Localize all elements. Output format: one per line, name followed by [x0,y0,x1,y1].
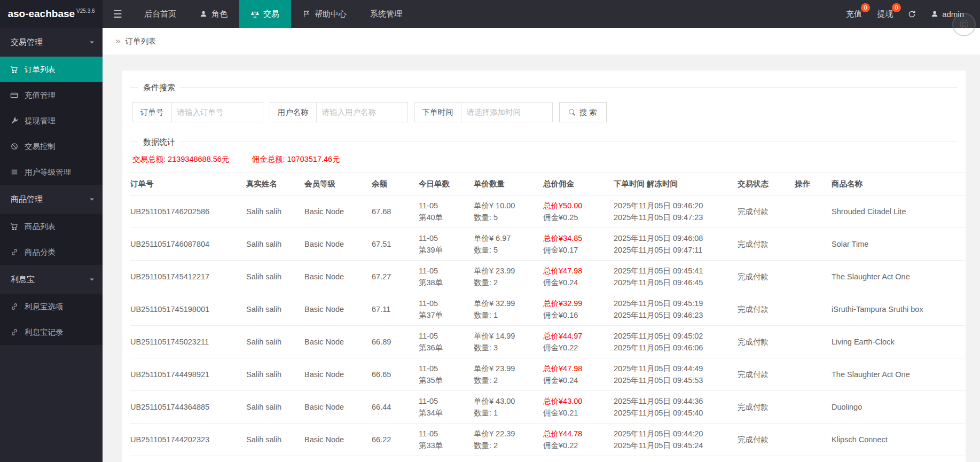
cell-action [795,261,832,293]
cell-times: 2025年11月05日 09:46:202025年11月05日 09:47:23 [614,195,738,228]
cell-balance: 65.99 [372,456,419,462]
menu-toggle-icon[interactable]: ☰ [103,0,132,28]
nav-item-label: 帮助中心 [315,9,347,19]
search-field-1-input[interactable] [316,102,408,122]
cell-real-name: Salih salih [246,228,304,261]
cart-icon [10,66,19,74]
sidebar-section-label: 交易管理 [11,37,43,48]
cell-balance: 67.68 [372,195,419,228]
cell-order-no: UB2511051745023211 [130,326,246,358]
search-field-0-input[interactable] [171,102,263,122]
table-header-7: 下单时间 解冻时间 [614,173,738,195]
cell-times: 2025年11月05日 09:45:192025年11月05日 09:46:23 [614,293,738,326]
search-button-label: 搜 索 [579,107,597,118]
table-header-5: 单价数量 [474,173,543,195]
search-field-1: 用户名称 [270,102,408,122]
cell-today-count: 11-05第38单 [419,261,474,293]
search-field-0: 订单号 [132,102,263,122]
sidebar-item-1-0[interactable]: 商品列表 [0,214,103,239]
search-button[interactable]: 搜 索 [559,102,607,122]
table-header-6: 总价佣金 [543,173,614,195]
table-header-2: 会员等级 [304,173,372,195]
nav-item-label: 系统管理 [370,9,402,19]
sidebar-item-label: 交易控制 [25,142,56,152]
table-header-8: 交易状态 [738,173,795,195]
sidebar-item-0-1[interactable]: 充值管理 [0,82,103,108]
chevron-down-icon [89,40,95,45]
sidebar-item-0-3[interactable]: 交易控制 [0,134,103,159]
link-icon [10,303,19,310]
cell-today-count: 11-05第37单 [419,293,474,326]
stat-0: 交易总额: 2139348688.56元 [132,155,229,163]
nav-item-2[interactable]: 交易 [239,0,291,28]
cell-today-count: 11-05第39单 [419,228,474,261]
nav-item-1[interactable]: 角色 [188,0,239,28]
withdraw-button[interactable]: 提现0 [869,0,900,28]
recharge-button-label: 充值 [846,9,862,19]
cell-real-name: Salih salih [246,261,304,293]
sidebar-section-2[interactable]: 利息宝 [0,265,103,294]
nav-item-4[interactable]: 系统管理 [358,0,414,28]
cell-level: Basic Node [304,424,372,456]
table-row: UB2511051745023211Salih salihBasic Node6… [130,326,965,358]
nav-item-label: 后台首页 [144,9,176,19]
wrench-icon [10,117,19,124]
cell-product: Solar Time [832,228,965,261]
sidebar-item-2-0[interactable]: 利息宝选项 [0,294,103,319]
cell-balance: 66.44 [372,391,419,424]
search-field-2-input[interactable] [461,102,553,122]
cell-product: Klipsch Connect [832,424,965,456]
cell-product: Living Earth-Clock [832,326,965,358]
cell-real-name: Salih salih [246,391,304,424]
cell-price-qty: 单价¥ 32.99数量: 1 [474,293,543,326]
sidebar-section-0[interactable]: 交易管理 [0,28,103,57]
nav-item-3[interactable]: 帮助中心 [291,0,358,28]
sidebar-item-2-1[interactable]: 利息宝记录 [0,319,103,345]
table-row: UB2511051745198001Salih salihBasic Node6… [130,293,965,326]
cell-order-no: UB2511051746202586 [130,195,246,228]
cell-status: 完成付款 [738,391,795,424]
sidebar-item-0-4[interactable]: 用户等级管理 [0,159,103,185]
sidebar-item-0-0[interactable]: 订单列表 [0,57,103,82]
cell-action [795,424,832,456]
table-row: UB2511051744364885Salih salihBasic Node6… [130,391,965,424]
stat-value: 2139348688.56元 [168,155,229,163]
nav-item-label: 角色 [211,9,228,19]
cell-status: 完成付款 [738,195,795,228]
cell-price-qty: 单价¥ 14.99数量: 3 [474,326,543,358]
cell-real-name: Salih salih [246,424,304,456]
cell-times: 2025年11月05日 09:44:362025年11月05日 09:45:40 [614,391,738,424]
cell-times: 2025年11月05日 09:44:492025年11月05日 09:45:53 [614,358,738,391]
cell-product: iSruthi-Tampura Sruthi box [832,293,965,326]
chevron-down-icon [89,197,95,202]
cell-today-count: 11-05第35单 [419,358,474,391]
table-header-4: 今日单数 [419,173,474,195]
search-field-label: 用户名称 [270,102,316,122]
nav-item-0[interactable]: 后台首页 [132,0,188,28]
cell-price-qty: 单价¥ 23.99数量: 2 [474,261,543,293]
sidebar-section-items: 商品列表商品分类 [0,214,103,265]
cell-status: 完成付款 [738,228,795,261]
table-header-row: 订单号真实姓名会员等级余额今日单数单价数量总价佣金下单时间 解冻时间交易状态操作… [130,173,965,195]
cell-status: 完成付款 [738,358,795,391]
cell-product: Duolingo [832,391,965,424]
cell-price-qty: 单价¥ 22.39数量: 2 [474,424,543,456]
table-row: UB2511051746202586Salih salihBasic Node6… [130,195,965,228]
recharge-button[interactable]: 充值0 [838,0,869,28]
cell-real-name: Salih salih [246,326,304,358]
cell-status: 完成付款 [738,261,795,293]
sidebar-item-1-1[interactable]: 商品分类 [0,239,103,265]
chevron-down-icon [89,277,95,282]
withdraw-button-label: 提现 [877,9,893,19]
search-fields: 订单号用户名称下单时间 [132,102,553,122]
table-row: UB2511051744036569Salih salihBasic Node6… [130,456,965,462]
cell-order-no: UB2511051745412217 [130,261,246,293]
sidebar-item-0-2[interactable]: 提现管理 [0,108,103,134]
search-fieldset: 条件搜索 [130,87,958,88]
table-row: UB2511051745412217Salih salihBasic Node6… [130,261,965,293]
cell-price-qty: 单价¥ 43.00数量: 1 [474,391,543,424]
sidebar-section-1[interactable]: 商品管理 [0,185,103,214]
card-icon [10,91,19,99]
refresh-button[interactable] [900,0,923,28]
stats-row: 交易总额: 2139348688.56元佣金总额: 10703517.46元 [130,142,958,173]
